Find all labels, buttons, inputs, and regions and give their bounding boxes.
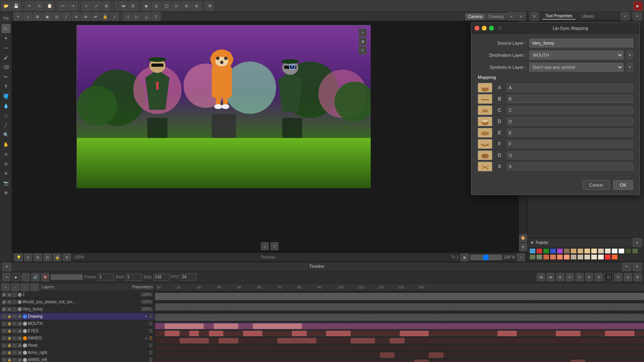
copy-btn[interactable]: ⎘ bbox=[35, 2, 44, 10]
lal-lock[interactable]: 🔒 bbox=[7, 358, 12, 362]
tl-mute[interactable]: 🔇 bbox=[41, 273, 49, 281]
tl-scrubber[interactable] bbox=[51, 274, 83, 280]
lar-vis[interactable]: ⊙ bbox=[2, 350, 6, 355]
vt-left[interactable]: ◁ bbox=[123, 12, 132, 21]
arrow-tool[interactable]: ✦ bbox=[2, 34, 10, 43]
hand-tool[interactable]: ✋ bbox=[2, 140, 10, 149]
layer-audio2[interactable]: 🔊 ◉ Very_funny 100% bbox=[0, 306, 155, 313]
color-12[interactable] bbox=[605, 248, 611, 254]
tl-prev-key[interactable]: ⏮ bbox=[537, 273, 545, 281]
tl-menu[interactable]: ≡ bbox=[2, 262, 11, 271]
le-vis[interactable]: ⊙ bbox=[2, 329, 6, 333]
vt-transform[interactable]: ⊹ bbox=[23, 12, 32, 21]
vp-safe-btn[interactable]: ⊡ bbox=[359, 46, 367, 54]
tl-play[interactable]: ▶ bbox=[12, 273, 20, 281]
side-btn[interactable]: ◫ bbox=[162, 2, 171, 10]
lar-solo[interactable]: ◉ bbox=[17, 350, 22, 355]
ld-add[interactable]: + bbox=[144, 314, 147, 319]
lm-vis[interactable]: ⊙ bbox=[2, 321, 6, 326]
eyedrop-tool[interactable]: 💧 bbox=[2, 101, 10, 110]
color-6[interactable] bbox=[564, 248, 570, 254]
vf-settings[interactable]: ⚙ bbox=[63, 253, 71, 261]
frames-area[interactable]: 10 20 30 40 50 60 70 80 90 100 110 120 1… bbox=[155, 283, 644, 362]
lhd-solo[interactable]: ◉ bbox=[17, 343, 22, 348]
lal-vis[interactable]: ⊙ bbox=[2, 358, 6, 362]
expand-up[interactable]: △ bbox=[261, 242, 269, 250]
vt-up[interactable]: △ bbox=[142, 12, 151, 21]
eraser-tool[interactable]: ⌫ bbox=[2, 63, 10, 72]
vf-lock[interactable]: 🔒 bbox=[53, 253, 61, 261]
pencil-tool[interactable]: ✏ bbox=[2, 72, 10, 81]
mapping-input-E[interactable] bbox=[507, 129, 633, 137]
layer-arms-right[interactable]: ⊙ 🔒 ✏ ◉ Arms_right 1 bbox=[0, 349, 155, 356]
la1-mute[interactable]: 🔊 bbox=[2, 300, 6, 304]
library-tab[interactable]: Library bbox=[579, 13, 598, 19]
la2-lock[interactable] bbox=[12, 307, 17, 312]
vt-down[interactable]: ▽ bbox=[152, 12, 161, 21]
ll-add[interactable]: + bbox=[2, 283, 10, 291]
vp-onion-btn[interactable]: ◑ bbox=[359, 37, 367, 45]
zoom-slider[interactable] bbox=[470, 255, 502, 260]
modal-close-yellow[interactable] bbox=[482, 26, 487, 31]
le-edit[interactable]: ✏ bbox=[12, 329, 17, 333]
mapping-input-D[interactable] bbox=[507, 117, 633, 125]
camera-view-btn[interactable]: ◉ bbox=[142, 2, 151, 10]
vt-close[interactable]: × bbox=[517, 12, 526, 21]
panel-close[interactable]: × bbox=[633, 12, 642, 21]
color-29[interactable] bbox=[611, 254, 618, 260]
lhd-vis[interactable]: ⊙ bbox=[2, 343, 6, 348]
color-26[interactable] bbox=[591, 254, 597, 260]
perspective-btn[interactable]: ◎ bbox=[152, 2, 161, 10]
line-tool[interactable]: ╱ bbox=[2, 121, 10, 130]
layer-head[interactable]: ⊙ 🔒 ✏ ◉ Head 1 bbox=[0, 342, 155, 349]
color-25[interactable] bbox=[584, 254, 590, 260]
tl-audio[interactable]: 🔊 bbox=[31, 273, 39, 281]
bone-btn[interactable]: ⊛ bbox=[182, 2, 191, 10]
mapping-input-G[interactable] bbox=[507, 151, 633, 159]
color-15[interactable] bbox=[625, 248, 632, 254]
fps-input[interactable] bbox=[180, 274, 196, 281]
color-20[interactable] bbox=[550, 254, 556, 260]
layer-1[interactable]: 🔊 ◉ 1 100% bbox=[0, 291, 155, 298]
tl-onion[interactable]: ⊘ bbox=[624, 273, 632, 281]
la2-solo[interactable]: ◉ bbox=[7, 307, 12, 312]
contour-tool[interactable]: ⊸ bbox=[2, 43, 10, 52]
layer-mouth[interactable]: ⊙ 🔒 ✏ ◉ MOUTH 1 bbox=[0, 320, 155, 327]
pivot-tool[interactable]: ⊕ bbox=[2, 188, 10, 197]
stop-input[interactable] bbox=[153, 274, 169, 281]
vf-safe[interactable]: ⊡ bbox=[24, 253, 32, 261]
mapping-input-B[interactable] bbox=[507, 95, 633, 103]
ll-del[interactable]: − bbox=[11, 283, 19, 291]
vt-flip[interactable]: ⇌ bbox=[91, 12, 100, 21]
undo-btn[interactable]: ↩ bbox=[58, 2, 67, 10]
settings-btn[interactable]: ⚙ bbox=[205, 2, 214, 10]
la1-lock[interactable] bbox=[12, 300, 17, 304]
modal-close-red[interactable] bbox=[475, 26, 479, 31]
color-7[interactable] bbox=[570, 248, 577, 254]
color-3[interactable] bbox=[543, 248, 549, 254]
color-2[interactable] bbox=[536, 248, 543, 254]
color-27[interactable] bbox=[598, 254, 604, 260]
color-10[interactable] bbox=[591, 248, 597, 254]
tl-del-key[interactable]: ⊖ bbox=[566, 273, 574, 281]
mapping-input-X[interactable] bbox=[507, 162, 633, 171]
mapping-input-F[interactable] bbox=[507, 140, 633, 148]
tool-properties-tab[interactable]: Tool Properties bbox=[542, 13, 576, 20]
layer-audio1[interactable]: 🔊 ◉ Would_you_please_not_sm... 100% bbox=[0, 298, 155, 306]
save-btn[interactable]: 💾 bbox=[12, 2, 21, 10]
color-24[interactable] bbox=[577, 254, 584, 260]
sp-palette[interactable]: 🎨 bbox=[519, 234, 527, 242]
lh-solo[interactable]: ◉ bbox=[17, 336, 22, 341]
ld-edit[interactable]: ✏ bbox=[12, 314, 17, 319]
expand-down[interactable]: ▽ bbox=[270, 242, 279, 250]
color-28[interactable] bbox=[605, 254, 611, 260]
select-btn[interactable]: ⊹ bbox=[82, 2, 91, 10]
tl-bone[interactable]: ⊛ bbox=[585, 273, 593, 281]
l1-solo[interactable]: ◉ bbox=[7, 292, 12, 297]
tl-add-key[interactable]: ⊕ bbox=[556, 273, 564, 281]
le-solo[interactable]: ◉ bbox=[17, 329, 22, 333]
cancel-button[interactable]: Cancel bbox=[582, 180, 610, 190]
color-13[interactable] bbox=[611, 248, 618, 254]
mapping-input-A[interactable] bbox=[507, 84, 633, 92]
lh-edit[interactable]: ✏ bbox=[12, 336, 17, 341]
